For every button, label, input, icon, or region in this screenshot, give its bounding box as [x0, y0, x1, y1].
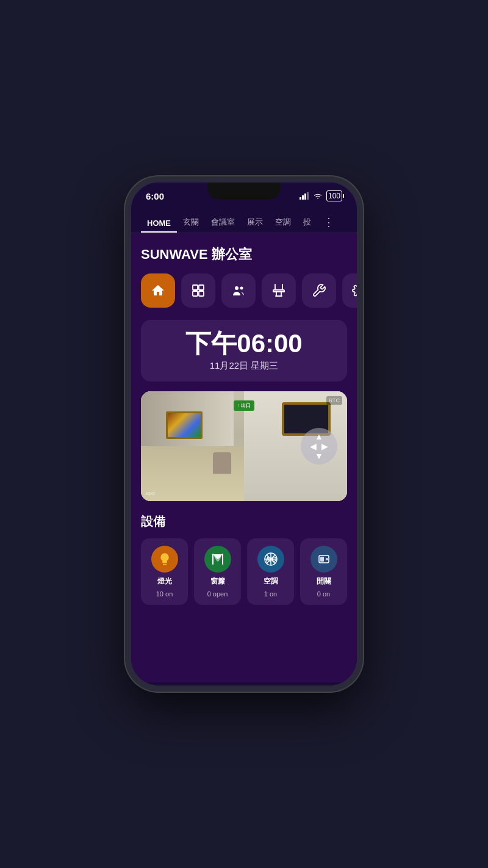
wrench-icon [312, 283, 326, 298]
home-icon-btn[interactable] [141, 273, 175, 308]
main-content: SUNWAVE 辦公室 [131, 233, 357, 682]
equipment-grid: 燈光 10 on 窗簾 0 open [141, 538, 347, 605]
wifi-icon [313, 192, 323, 200]
arrow-right[interactable]: ▶ [321, 442, 328, 450]
curtain-status: 0 open [207, 590, 228, 598]
home-icon [151, 283, 165, 298]
light-icon-circle [151, 546, 178, 573]
wrench-icon-btn[interactable] [302, 273, 336, 308]
lightbulb-icon [157, 552, 172, 566]
svg-point-9 [240, 287, 243, 290]
curtain-icon [210, 552, 225, 566]
light-status: 10 on [156, 590, 173, 598]
layout-icon-btn[interactable] [181, 273, 215, 308]
clock-date: 11月22日 星期三 [151, 360, 337, 372]
equipment-card-switch[interactable]: 開關 0 on [300, 538, 347, 605]
icon-row [141, 273, 347, 308]
svg-rect-4 [193, 285, 198, 290]
tab-projector[interactable]: 投 [297, 211, 317, 233]
arrow-down[interactable]: ▼ [315, 452, 323, 460]
clock-section: 下午06:00 11月22日 星期三 [141, 320, 347, 382]
tab-exhibit[interactable]: 展示 [241, 211, 269, 233]
svg-rect-5 [199, 285, 204, 290]
tab-more[interactable]: ⋮ [317, 209, 340, 233]
svg-rect-0 [300, 197, 301, 200]
phone-frame: 6:00 100 HOME 玄關 會議室 展示 空調 投 ⋮ [125, 176, 363, 692]
apo-label: apo [146, 490, 155, 496]
people-icon [231, 283, 246, 298]
tab-meeting[interactable]: 會議室 [205, 211, 241, 233]
equipment-section: 設備 燈光 10 on [141, 513, 347, 605]
chair-icon [271, 283, 286, 298]
ac-status: 1 on [264, 590, 277, 598]
equipment-card-curtain[interactable]: 窗簾 0 open [194, 538, 241, 605]
svg-rect-12 [222, 554, 223, 565]
settings-icon-btn[interactable] [342, 273, 357, 308]
camera-nav-arrows[interactable]: ▲ ◀ ▶ ▼ [301, 428, 337, 465]
arrow-left[interactable]: ◀ [310, 442, 317, 450]
layout-icon [191, 283, 206, 298]
arrow-up[interactable]: ▲ [315, 432, 323, 441]
status-time: 6:00 [146, 191, 164, 201]
svg-rect-3 [307, 192, 309, 200]
svg-rect-1 [302, 195, 304, 200]
ac-label: 空調 [264, 576, 278, 587]
svg-point-8 [235, 286, 239, 290]
camera-section[interactable]: ↑ 出口 RTC apo ▲ ◀ ▶ ▼ [141, 391, 347, 501]
status-icons: 100 [300, 190, 342, 201]
settings-icon [352, 283, 357, 298]
signal-icon [300, 192, 309, 200]
curtain-label: 窗簾 [210, 576, 225, 587]
chair-visual [213, 452, 231, 474]
tab-ac[interactable]: 空調 [269, 211, 297, 233]
notch [207, 183, 281, 200]
switch-icon [317, 552, 331, 566]
nav-tabs: HOME 玄關 會議室 展示 空調 投 ⋮ [131, 209, 357, 233]
svg-rect-2 [304, 193, 306, 200]
svg-point-23 [326, 558, 328, 560]
ac-snowflake-icon [264, 552, 278, 566]
painting [166, 411, 203, 439]
switch-label: 開關 [317, 576, 331, 587]
page-title: SUNWAVE 辦公室 [141, 245, 347, 264]
equipment-card-ac[interactable]: A/C 空調 1 o [247, 538, 294, 605]
ac-icon-circle: A/C [257, 546, 284, 573]
svg-rect-22 [320, 557, 324, 562]
switch-status: 0 on [317, 590, 330, 598]
tab-home[interactable]: HOME [141, 212, 177, 233]
battery-icon: 100 [326, 190, 342, 201]
arrows-lr-row: ◀ ▶ [310, 442, 328, 450]
clock-time: 下午06:00 [151, 330, 337, 358]
camera-feed: ↑ 出口 RTC apo ▲ ◀ ▶ ▼ [141, 391, 347, 501]
curtain-icon-circle [204, 546, 231, 573]
equipment-card-light[interactable]: 燈光 10 on [141, 538, 188, 605]
light-label: 燈光 [157, 576, 172, 587]
people-icon-btn[interactable] [221, 273, 256, 308]
svg-rect-11 [212, 554, 214, 565]
exit-sign: ↑ 出口 [234, 400, 254, 411]
tab-foyer[interactable]: 玄關 [177, 211, 205, 233]
rtc-label: RTC [326, 396, 342, 405]
switch-icon-circle [310, 546, 337, 573]
equipment-title: 設備 [141, 513, 347, 530]
svg-rect-6 [193, 291, 198, 296]
svg-rect-7 [199, 291, 204, 296]
chair-icon-btn[interactable] [262, 273, 296, 308]
status-bar: 6:00 100 [131, 183, 357, 209]
